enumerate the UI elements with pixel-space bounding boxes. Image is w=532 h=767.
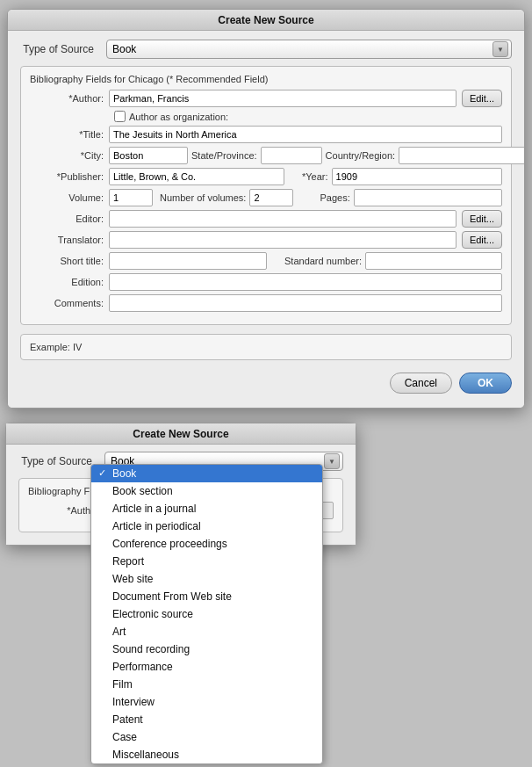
short-title-input[interactable] (109, 252, 267, 270)
comments-label: Comments: (30, 298, 109, 308)
editor-row: Editor: Edit... (30, 210, 502, 228)
translator-label: Translator: (30, 235, 109, 245)
dropdown-item-film[interactable]: Film (91, 676, 322, 693)
publisher-label: *Publisher: (30, 171, 109, 182)
short-title-row: Short title: Standard number: (30, 252, 502, 270)
edition-row: Edition: (30, 273, 502, 291)
num-volumes-input[interactable] (249, 189, 293, 206)
author-as-org-label: Author as organization: (129, 112, 228, 122)
example-text: Example: IV (30, 342, 82, 352)
city-input[interactable] (109, 147, 188, 164)
dropdown-item-interview[interactable]: Interview (91, 693, 322, 711)
check-icon: ✓ (98, 467, 106, 479)
dropdown-item-report[interactable]: Report (91, 553, 322, 570)
dropdown-item-case[interactable]: Case (91, 728, 322, 746)
volume-label: Volume: (30, 192, 109, 203)
title-input[interactable] (109, 126, 502, 143)
source-select-wrapper[interactable] (106, 40, 512, 59)
dropdown-item-patent[interactable]: Patent (91, 711, 322, 728)
type-of-source-label: Type of Source (20, 43, 99, 55)
title-row: *Title: (30, 126, 502, 143)
comments-row: Comments: (30, 294, 502, 312)
cancel-button[interactable]: Cancel (390, 373, 452, 394)
bottom-buttons: Cancel OK (20, 369, 512, 395)
translator-input[interactable] (109, 231, 457, 249)
num-volumes-label: Number of volumes: (160, 192, 246, 203)
editor-input[interactable] (109, 210, 457, 228)
dropdown-item-sound[interactable]: Sound recording (91, 640, 322, 658)
state-label: State/Province: (191, 150, 257, 161)
dropdown-item-article-periodical[interactable]: Article in periodical (91, 517, 322, 535)
edition-label: Edition: (30, 277, 109, 287)
city-label: *City: (30, 150, 109, 161)
dropdown-item-book[interactable]: ✓Book (91, 465, 322, 482)
bottom-window-title: Create New Source (6, 423, 356, 445)
year-input[interactable] (332, 168, 502, 185)
volume-input[interactable] (109, 189, 153, 206)
country-input[interactable] (399, 147, 525, 164)
example-section: Example: IV (20, 334, 512, 360)
bib-header: Bibliography Fields for Chicago (* Recom… (30, 74, 502, 84)
city-row: *City: State/Province: Country/Region: (30, 147, 502, 164)
top-window: Create New Source Type of Source Bibliog… (7, 9, 525, 409)
dropdown-item-electronic[interactable]: Electronic source (91, 605, 322, 623)
country-label: Country/Region: (326, 150, 396, 161)
short-title-label: Short title: (30, 256, 109, 266)
dropdown-item-article-journal[interactable]: Article in a journal (91, 500, 322, 517)
editor-label: Editor: (30, 213, 109, 224)
author-input[interactable] (109, 90, 457, 107)
dropdown-item-book-section[interactable]: Book section (91, 482, 322, 500)
bottom-window: Create New Source Type of Source Bibliog… (5, 423, 356, 546)
top-window-title: Create New Source (8, 10, 524, 31)
volume-row: Volume: Number of volumes: Pages: (30, 189, 502, 206)
dropdown-item-performance[interactable]: Performance (91, 658, 322, 676)
year-label: *Year: (302, 171, 328, 182)
author-as-org-checkbox[interactable] (114, 111, 126, 122)
type-of-source-row: Type of Source (20, 40, 512, 59)
translator-edit-btn[interactable]: Edit... (462, 231, 502, 249)
edition-input[interactable] (109, 273, 502, 291)
dropdown-item-doc-website[interactable]: Document From Web site (91, 588, 322, 605)
comments-input[interactable] (109, 294, 502, 312)
publisher-row: *Publisher: *Year: (30, 168, 502, 185)
state-input[interactable] (261, 147, 322, 164)
title-label: *Title: (30, 129, 109, 140)
author-row: *Author: Edit... (30, 90, 502, 107)
bottom-type-label: Type of Source (18, 455, 97, 467)
standard-number-input[interactable] (365, 252, 502, 270)
dropdown-item-conference[interactable]: Conference proceedings (91, 535, 322, 553)
source-type-dropdown[interactable]: ✓BookBook sectionArticle in a journalArt… (90, 464, 323, 764)
author-edit-btn[interactable]: Edit... (462, 90, 502, 107)
publisher-input[interactable] (109, 168, 284, 185)
dropdown-item-miscellaneous[interactable]: Miscellaneous (91, 746, 322, 763)
editor-edit-btn[interactable]: Edit... (462, 210, 502, 228)
translator-row: Translator: Edit... (30, 231, 502, 249)
source-select-input[interactable] (106, 40, 512, 59)
dropdown-item-website[interactable]: Web site (91, 570, 322, 588)
ok-button[interactable]: OK (459, 373, 512, 394)
pages-label: Pages: (320, 192, 349, 203)
author-as-org-row: Author as organization: (114, 111, 502, 122)
dropdown-item-art[interactable]: Art (91, 623, 322, 640)
pages-input[interactable] (354, 189, 502, 206)
bib-section: Bibliography Fields for Chicago (* Recom… (20, 66, 512, 325)
author-label: *Author: (30, 93, 109, 104)
standard-number-label: Standard number: (284, 256, 362, 266)
